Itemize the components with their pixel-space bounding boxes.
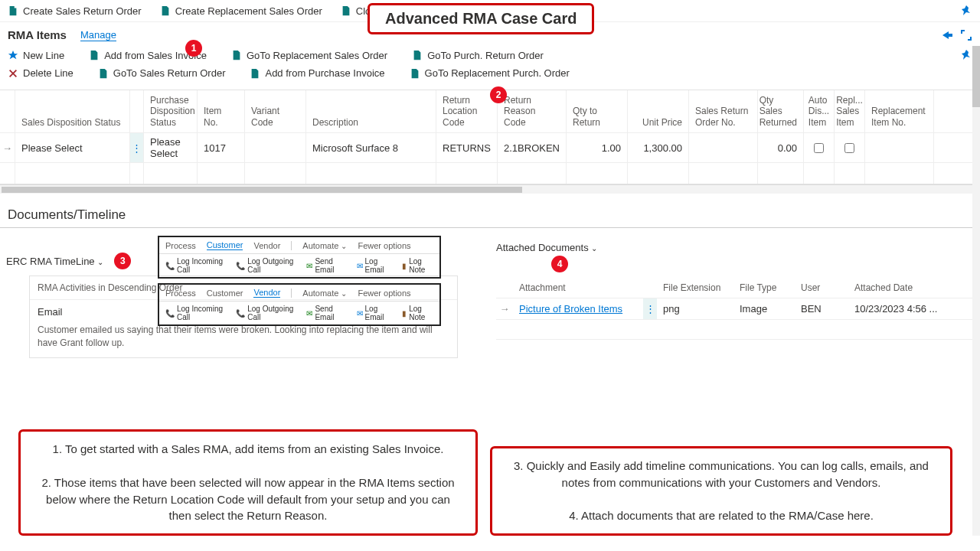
section-title: RMA Items (8, 28, 67, 41)
timeline-dropdown[interactable]: ERC RMA TimeLine ⌄ (6, 256, 103, 267)
log-incoming-call-button[interactable]: 📞Log Incoming Call (165, 257, 225, 274)
rma-items-grid: Sales Disposition Status Purchase Dispos… (0, 90, 980, 184)
col-ext[interactable]: File Extension (657, 278, 733, 298)
cell-unit-price[interactable]: 1,300.00 (628, 133, 689, 162)
mini-process-link[interactable]: Process (165, 241, 196, 250)
note-right: 3. Quickly and Easily add timeline commu… (490, 446, 952, 536)
pin-icon[interactable] (960, 5, 972, 17)
cell-type: Image (733, 298, 795, 319)
cell-sales-return-no[interactable] (689, 133, 758, 162)
goto-replacement-purch-button[interactable]: GoTo Replacement Purch. Order (410, 67, 570, 79)
col-variant[interactable]: Variant Code (245, 90, 306, 132)
goto-sales-return-button[interactable]: GoTo Sales Return Order (98, 67, 226, 79)
mini-automate-dropdown-2[interactable]: Automate ⌄ (302, 289, 347, 298)
mini-vendor-link-2[interactable]: Vendor (253, 288, 280, 298)
delete-line-button[interactable]: Delete Line (8, 67, 74, 79)
col-attachment[interactable]: Attachment (513, 278, 643, 298)
attachment-row[interactable]: → Picture of Broken Items ⋮ png Image BE… (496, 298, 974, 320)
col-user[interactable]: User (795, 278, 848, 298)
mini-vendor-link[interactable]: Vendor (253, 241, 280, 250)
cell-description[interactable]: Microsoft Surface 8 (306, 133, 436, 162)
col-repl-sales-item[interactable]: Repl... Sales Item (835, 90, 865, 132)
attachment-row-empty[interactable] (496, 320, 974, 340)
col-return-reason[interactable]: Return Reason Code (498, 90, 567, 132)
cell-replacement-item-no[interactable] (865, 133, 934, 162)
row-more-icon[interactable]: ⋮ (130, 133, 144, 162)
row-selector-icon[interactable]: → (0, 133, 15, 162)
col-unit-price[interactable]: Unit Price (628, 90, 689, 132)
vendor-actions-panel: Process Customer Vendor Automate ⌄ Fewer… (158, 283, 441, 326)
manage-link[interactable]: Manage (80, 29, 116, 41)
goto-purch-return-button[interactable]: GoTo Purch. Return Order (412, 49, 544, 61)
log-note-button-2[interactable]: ▮Log Note (402, 305, 433, 321)
col-qty-return[interactable]: Qty to Return (567, 90, 628, 132)
label: Create Sales Return Order (23, 5, 142, 17)
cell-qty-return[interactable]: 1.00 (567, 133, 628, 162)
create-sales-return-button[interactable]: Create Sales Return Order (8, 5, 142, 17)
mini-automate-dropdown[interactable]: Automate ⌄ (302, 241, 347, 250)
mini-fewer-link[interactable]: Fewer options (358, 241, 410, 250)
cell-item-no[interactable]: 1017 (198, 133, 245, 162)
cell-purch-disp[interactable]: Please Select (144, 133, 198, 162)
cell-return-loc[interactable]: RETURNS (436, 133, 498, 162)
repl-sales-checkbox[interactable] (844, 143, 854, 153)
new-line-button[interactable]: New Line (8, 49, 64, 61)
document-swap-icon (160, 5, 171, 16)
log-email-button[interactable]: ✉Log Email (357, 257, 392, 274)
auto-dis-checkbox[interactable] (814, 143, 824, 153)
col-type[interactable]: File Type (733, 278, 795, 298)
note-left: 1. To get started with a Sales RMA, add … (18, 429, 478, 536)
col-description[interactable]: Description (306, 90, 436, 132)
col-auto-dis-item[interactable]: Auto Dis... Item (804, 90, 835, 132)
send-email-button[interactable]: ✉Send Email (306, 257, 345, 274)
log-note-button[interactable]: ▮Log Note (402, 257, 433, 274)
label: Create Replacement Sales Order (175, 5, 322, 17)
col-qty-sales-returned[interactable]: Qty Sales Returned (758, 90, 804, 132)
document-add-icon (89, 50, 100, 60)
col-return-loc[interactable]: Return Location Code (436, 90, 498, 132)
col-purch-disp[interactable]: Purchase Disposition Status (144, 90, 198, 132)
mini-process-link-2[interactable]: Process (165, 289, 196, 298)
log-outgoing-call-button-2[interactable]: 📞Log Outgoing Call (236, 305, 296, 321)
mini-customer-link[interactable]: Customer (207, 240, 243, 250)
action-row-2: Delete Line GoTo Sales Return Order Add … (0, 64, 980, 85)
cell-ext: png (657, 298, 733, 319)
log-email-button-2[interactable]: ✉Log Email (357, 305, 392, 321)
attachment-link[interactable]: Picture of Broken Items (519, 303, 622, 315)
attachments-grid-header: Attachment File Extension File Type User… (496, 278, 974, 298)
col-date[interactable]: Attached Date (848, 278, 974, 298)
send-email-button-2[interactable]: ✉Send Email (306, 305, 345, 321)
grid-row-empty[interactable] (0, 162, 980, 184)
col-replacement-item-no[interactable]: Replacement Item No. (865, 90, 934, 132)
close-document-icon (341, 5, 351, 16)
log-incoming-call-button-2[interactable]: 📞Log Incoming Call (165, 305, 225, 321)
cell-return-reason[interactable]: 2.1BROKEN (498, 133, 567, 162)
cell-qty-sales-returned[interactable]: 0.00 (758, 133, 804, 162)
document-add-icon (250, 68, 260, 79)
pin-icon[interactable] (960, 49, 972, 61)
cell-date: 10/23/2023 4:56 ... (848, 298, 974, 319)
mini-customer-link-2[interactable]: Customer (207, 289, 243, 298)
documents-timeline-header: Documents/Timeline (0, 194, 980, 228)
row-more-icon[interactable]: ⋮ (643, 298, 657, 319)
log-outgoing-call-button[interactable]: 📞Log Outgoing Call (236, 257, 296, 274)
vertical-scrollbar[interactable] (972, 46, 980, 536)
add-from-purchase-invoice-button[interactable]: Add from Purchase Invoice (250, 67, 384, 79)
goto-replacement-sales-button[interactable]: GoTo Replacement Sales Order (231, 49, 387, 61)
cell-sales-disp[interactable]: Please Select (15, 133, 130, 162)
col-item-no[interactable]: Item No. (198, 90, 245, 132)
cell-variant[interactable] (245, 133, 306, 162)
horizontal-scrollbar[interactable] (0, 184, 980, 194)
col-sales-disp[interactable]: Sales Disposition Status (15, 90, 130, 132)
attached-documents-dropdown[interactable]: Attached Documents ⌄ (496, 242, 597, 253)
badge-1: 1 (185, 40, 202, 57)
col-sales-return-no[interactable]: Sales Return Order No. (689, 90, 758, 132)
row-selector-icon[interactable]: → (496, 298, 513, 319)
expand-icon[interactable] (960, 29, 972, 41)
create-replacement-button[interactable]: Create Replacement Sales Order (160, 5, 322, 17)
grid-row[interactable]: → Please Select ⋮ Please Select 1017 Mic… (0, 132, 980, 162)
share-icon[interactable] (940, 29, 952, 41)
badge-3: 3 (114, 253, 131, 269)
mini-fewer-link-2[interactable]: Fewer options (358, 289, 410, 298)
document-goto-icon (410, 68, 420, 79)
